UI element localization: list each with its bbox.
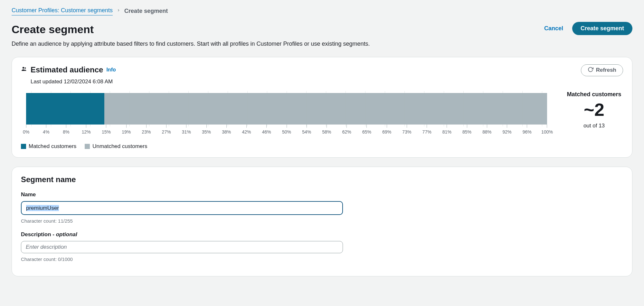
- tick-label: 73%: [402, 125, 411, 135]
- tick-label: 35%: [202, 125, 211, 135]
- cancel-button[interactable]: Cancel: [544, 25, 563, 32]
- info-link[interactable]: Info: [106, 66, 116, 73]
- matched-count: ~2: [565, 101, 623, 119]
- breadcrumb-parent-link[interactable]: Customer Profiles: Customer segments: [12, 6, 113, 15]
- tick-label: 100%: [541, 125, 553, 135]
- segment-name-title: Segment name: [21, 174, 623, 185]
- out-of-total: out of 13: [565, 122, 623, 130]
- tick-label: 23%: [142, 125, 151, 135]
- description-char-count: Character count: 0/1000: [21, 256, 623, 263]
- chevron-right-icon: [117, 8, 120, 14]
- tick-label: 38%: [222, 125, 231, 135]
- page-header: Create segment Define an audience by app…: [12, 22, 632, 48]
- estimated-audience-panel: Estimated audience Info Last updated 12/…: [12, 57, 632, 158]
- tick-label: 50%: [282, 125, 291, 135]
- tick-label: 58%: [322, 125, 331, 135]
- chart-bar: [26, 93, 547, 125]
- tick-label: 77%: [422, 125, 431, 135]
- people-icon: [21, 66, 27, 74]
- tick-label: 69%: [382, 125, 391, 135]
- svg-point-0: [23, 67, 24, 69]
- legend-unmatched: Unmatched customers: [85, 143, 147, 150]
- page-title: Create segment: [12, 22, 370, 37]
- tick-label: 31%: [182, 125, 191, 135]
- swatch-unmatched: [85, 144, 90, 149]
- tick-label: 81%: [442, 125, 451, 135]
- svg-point-1: [24, 67, 26, 69]
- tick-label: 85%: [462, 125, 471, 135]
- create-segment-button[interactable]: Create segment: [572, 22, 632, 35]
- tick-label: 96%: [523, 125, 532, 135]
- matched-bar: [26, 93, 104, 125]
- description-label: Description - optional: [21, 231, 623, 238]
- refresh-label: Refresh: [596, 67, 616, 73]
- tick-label: 4%: [43, 125, 49, 135]
- description-input[interactable]: [21, 241, 343, 253]
- refresh-button[interactable]: Refresh: [581, 64, 623, 76]
- page-subtitle: Define an audience by applying attribute…: [12, 40, 370, 48]
- matched-label: Matched customers: [565, 90, 623, 98]
- audience-chart: 0%4%8%12%15%19%23%27%31%35%38%42%46%50%5…: [21, 90, 552, 135]
- tick-label: 42%: [242, 125, 251, 135]
- name-label: Name: [21, 191, 623, 199]
- tick-label: 0%: [23, 125, 29, 135]
- tick-label: 27%: [162, 125, 171, 135]
- segment-name-panel: Segment name Name premiumUser Character …: [12, 167, 632, 276]
- refresh-icon: [588, 67, 593, 74]
- tick-label: 12%: [82, 125, 91, 135]
- tick-label: 88%: [482, 125, 491, 135]
- breadcrumb-current: Create segment: [124, 7, 168, 15]
- description-group: Description - optional Character count: …: [21, 231, 623, 263]
- name-value: premiumUser: [26, 205, 59, 211]
- last-updated: Last updated 12/02/2024 6:08 AM: [31, 78, 116, 86]
- estimated-audience-title: Estimated audience: [31, 64, 103, 75]
- breadcrumb: Customer Profiles: Customer segments Cre…: [12, 6, 632, 15]
- tick-label: 62%: [342, 125, 351, 135]
- tick-label: 92%: [503, 125, 512, 135]
- description-label-optional: optional: [56, 231, 77, 237]
- matched-stats: Matched customers ~2 out of 13: [565, 90, 623, 129]
- tick-label: 65%: [362, 125, 371, 135]
- description-label-main: Description -: [21, 231, 56, 237]
- name-input[interactable]: premiumUser: [21, 201, 343, 215]
- tick-label: 46%: [262, 125, 271, 135]
- legend-matched: Matched customers: [21, 143, 76, 150]
- tick-label: 8%: [63, 125, 69, 135]
- chart-ticks: 0%4%8%12%15%19%23%27%31%35%38%42%46%50%5…: [26, 125, 547, 135]
- tick-label: 19%: [122, 125, 131, 135]
- legend-unmatched-label: Unmatched customers: [92, 143, 147, 150]
- name-group: Name premiumUser Character count: 11/255: [21, 191, 623, 225]
- tick-label: 54%: [302, 125, 311, 135]
- tick-label: 15%: [102, 125, 111, 135]
- swatch-matched: [21, 144, 26, 149]
- name-char-count: Character count: 11/255: [21, 218, 623, 224]
- legend-matched-label: Matched customers: [29, 143, 76, 150]
- chart-legend: Matched customers Unmatched customers: [21, 143, 552, 150]
